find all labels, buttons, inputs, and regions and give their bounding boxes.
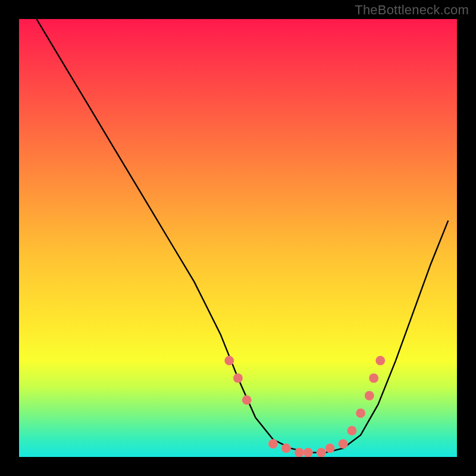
marker-dot	[242, 395, 252, 405]
bottleneck-curve	[36, 19, 448, 453]
marker-dot	[224, 356, 234, 365]
marker-dot	[281, 443, 291, 453]
plot-area	[19, 19, 457, 457]
marker-dot	[317, 448, 326, 457]
marker-dot	[339, 439, 348, 449]
chart-svg	[19, 19, 457, 457]
watermark-text: TheBottleneck.com	[355, 2, 469, 18]
marker-dot	[347, 426, 356, 436]
marker-dot	[268, 439, 278, 449]
marker-dot	[325, 443, 335, 453]
marker-dot	[356, 408, 365, 418]
marker-dot	[233, 374, 243, 383]
marker-dot	[365, 391, 374, 400]
marker-dot	[375, 356, 385, 365]
marker-dot	[295, 448, 304, 457]
chart-container: TheBottleneck.com	[0, 0, 476, 476]
marker-dots	[224, 356, 385, 457]
marker-dot	[303, 448, 313, 457]
marker-dot	[369, 374, 378, 383]
